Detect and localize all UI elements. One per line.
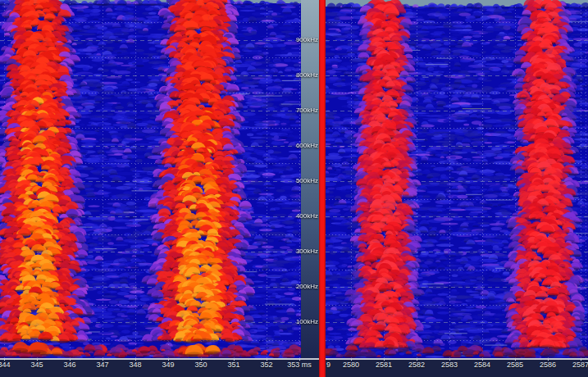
time-tick-label: 2583: [441, 361, 458, 369]
frequency-axis-wall: 900kHz800kHz700kHz600kHz500kHz400kHz300k…: [301, 0, 319, 358]
time-tick-label: 2582: [408, 361, 425, 369]
time-tick-label: 349: [162, 361, 174, 369]
time-axis-left: 344345346347348349350351352353 ms: [0, 358, 319, 377]
freq-label: 700kHz: [296, 107, 318, 114]
freq-label: 500kHz: [296, 178, 318, 184]
time-tick-label: 350: [194, 361, 207, 369]
waterfall-spectrogram-right[interactable]: [326, 0, 588, 358]
time-tick-label: 344: [0, 361, 11, 369]
time-tick-label: 346: [63, 361, 75, 369]
time-tick-label: 2581: [376, 361, 392, 369]
freq-label: 400kHz: [296, 213, 318, 220]
time-tick-label: 351: [227, 361, 239, 369]
time-axis-right: 258025812582258325842585258625879: [326, 358, 588, 377]
time-tick-label: 352: [260, 361, 272, 369]
dual-spectrogram-comparison: 900kHz800kHz700kHz600kHz500kHz400kHz300k…: [0, 0, 588, 377]
freq-label: 300kHz: [296, 248, 318, 255]
time-tick-label: 353 ms: [287, 361, 312, 369]
time-tick-label: 348: [129, 361, 141, 369]
freq-label: 100kHz: [296, 319, 318, 325]
time-tick-label: 347: [96, 361, 108, 369]
time-tick-label: 2580: [343, 361, 359, 369]
waterfall-spectrogram-left[interactable]: [0, 0, 301, 358]
time-tick-label: 2585: [507, 361, 523, 369]
freq-label: 900kHz: [296, 37, 318, 43]
freq-label: 600kHz: [296, 143, 318, 149]
time-tick-label-partial: 9: [326, 361, 330, 369]
time-tick-label: 2587: [572, 361, 588, 369]
red-split-divider: [319, 0, 326, 377]
freq-label: 800kHz: [296, 72, 318, 79]
time-tick-label: 2584: [474, 361, 490, 369]
freq-label: 200kHz: [296, 284, 318, 290]
time-tick-label: 345: [30, 361, 43, 369]
time-tick-label: 2586: [540, 361, 556, 369]
